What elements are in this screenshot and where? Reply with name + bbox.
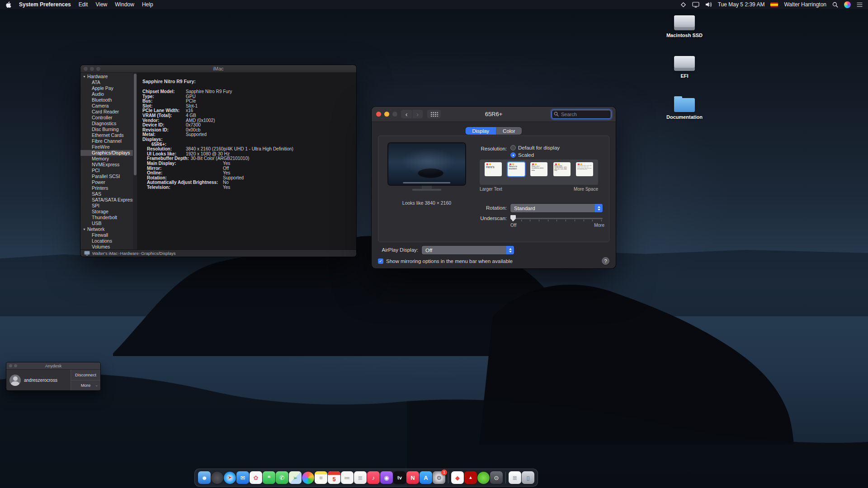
close-button[interactable] [376, 112, 381, 117]
dock-acrobat[interactable]: ▲ [464, 471, 477, 484]
apple-menu-icon[interactable] [5, 1, 11, 8]
menu-item-edit[interactable]: Edit [79, 1, 88, 8]
dock-trash[interactable]: ▯ [522, 471, 534, 484]
dock-photos[interactable]: ✿ [250, 471, 262, 484]
displays-toolbar[interactable]: 65R6+ ‹ › [372, 107, 616, 122]
sidebar-item-spi[interactable]: SPI [80, 203, 133, 209]
sidebar-item-controller[interactable]: Controller [80, 115, 133, 121]
sidebar-item-diagnostics[interactable]: Diagnostics [80, 121, 133, 127]
anydesk-menu-icon[interactable] [680, 2, 686, 8]
sidebar-item-volumes[interactable]: Volumes [80, 244, 133, 249]
rotation-popup[interactable]: Standard [510, 204, 603, 212]
resolution-option-scaled[interactable]: Scaled [510, 152, 560, 158]
sidebar-item-power[interactable]: Power [80, 179, 133, 185]
sidebar-item-network[interactable]: ▼Network [80, 226, 133, 232]
scrollbar-thumb[interactable] [134, 74, 137, 175]
desktop-icon-efi[interactable]: EFI [665, 56, 704, 79]
input-source-flag-icon[interactable] [770, 2, 778, 7]
more-button[interactable]: More ⌄ [71, 380, 100, 391]
volume-menu-icon[interactable] [705, 2, 712, 7]
scaled-option-3[interactable]: Here's to t troublema ones who [530, 162, 547, 176]
zoom-button[interactable] [96, 67, 100, 71]
show-all-grid-button[interactable] [427, 110, 441, 118]
scaled-option-1[interactable]: Here's [485, 162, 502, 176]
zoom-button[interactable] [392, 112, 397, 117]
system-information-titlebar[interactable]: iMac [80, 65, 356, 73]
disconnect-button[interactable]: Disconnect [71, 370, 100, 380]
dock-podcasts[interactable]: ◉ [380, 471, 393, 484]
dock-green-app[interactable] [477, 472, 490, 484]
dock-launchpad[interactable] [211, 472, 223, 484]
slider-track[interactable] [510, 218, 603, 219]
sidebar-item-card-reader[interactable]: Card Reader [80, 109, 133, 115]
sidebar-item-usb[interactable]: USB [80, 221, 133, 226]
minimize-button[interactable] [384, 112, 389, 117]
search-input[interactable] [552, 110, 611, 119]
dock-safari[interactable]: ➤ [224, 472, 236, 484]
dock-textedit[interactable]: ≣ [354, 471, 367, 484]
dock-anydesk[interactable]: ◆ [451, 471, 464, 484]
sidebar-item-sata-sata-express[interactable]: SATA/SATA Express [80, 197, 133, 203]
sidebar-item-hardware[interactable]: ▼Hardware [80, 74, 133, 80]
sidebar-item-graphics-displays[interactable]: Graphics/Displays [80, 150, 133, 156]
sidebar-item-apple-pay[interactable]: Apple Pay [80, 85, 133, 91]
scaled-option-4[interactable]: Here's to the troublemakers. ones who se… [553, 162, 571, 176]
sidebar-item-storage[interactable]: Storage [80, 209, 133, 215]
app-menu-title[interactable]: System Preferences [19, 1, 71, 8]
dock-tv[interactable]: tv [393, 471, 406, 484]
sidebar-item-pci[interactable]: PCI [80, 168, 133, 174]
menu-bar-clock[interactable]: Tue May 5 2:39 AM [718, 1, 765, 8]
tab-display[interactable]: Display [465, 127, 496, 135]
airplay-popup[interactable]: Off [422, 246, 514, 254]
breadcrumb-item-hardware[interactable]: Hardware [120, 251, 139, 256]
dock-messages[interactable]: ❝ [263, 471, 275, 484]
close-button[interactable] [84, 67, 88, 71]
mirroring-checkbox-row[interactable]: Show mirroring options in the menu bar w… [378, 258, 513, 264]
dock-facetime[interactable]: ✆ [276, 471, 288, 484]
disclosure-triangle-icon[interactable]: ▼ [83, 226, 86, 232]
siri-icon[interactable] [844, 1, 851, 8]
spotlight-icon[interactable] [832, 2, 838, 8]
sidebar-item-locations[interactable]: Locations [80, 238, 133, 244]
tab-color[interactable]: Color [496, 127, 522, 135]
menu-item-view[interactable]: View [95, 1, 107, 8]
sidebar-item-printers[interactable]: Printers [80, 185, 133, 191]
dock-finder[interactable]: ☻ [198, 471, 211, 484]
fast-user-switching-menu[interactable]: Walter Harrington [784, 1, 826, 8]
notification-center-icon[interactable] [857, 2, 863, 7]
dock-maps[interactable]: ➢ [289, 471, 302, 484]
forward-button[interactable]: › [412, 110, 423, 118]
sidebar-item-audio[interactable]: Audio [80, 91, 133, 97]
display-menu-icon[interactable] [692, 2, 699, 8]
sidebar-scrollbar[interactable] [133, 73, 137, 249]
sidebar-item-bluetooth[interactable]: Bluetooth [80, 97, 133, 103]
dock-app-store[interactable]: A [420, 471, 432, 484]
underscan-slider[interactable] [510, 215, 603, 222]
dock-documents-stack[interactable]: ≣ [509, 471, 521, 484]
sidebar-item-camera[interactable]: Camera [80, 103, 133, 109]
dock-utility-app[interactable]: ⊙ [490, 471, 503, 484]
dock-notes[interactable]: ≡ [315, 471, 327, 484]
sidebar-item-thunderbolt[interactable]: Thunderbolt [80, 215, 133, 221]
sidebar-item-nvmexpress[interactable]: NVMExpress [80, 162, 133, 168]
sidebar-item-fibre-channel[interactable]: Fibre Channel [80, 138, 133, 144]
dock-calendar[interactable]: 5 [328, 471, 340, 484]
dock-reminders[interactable]: ≔ [341, 471, 354, 484]
checkbox-checked-icon[interactable] [378, 258, 383, 264]
resolution-option-default-for-display[interactable]: Default for display [510, 145, 560, 150]
sidebar-item-parallel-scsi[interactable]: Parallel SCSI [80, 174, 133, 179]
minimize-button[interactable] [90, 67, 94, 71]
menu-item-window[interactable]: Window [115, 1, 134, 8]
dock-system-preferences[interactable]: ⚙1 [433, 471, 445, 484]
breadcrumb-item-graphics-displays[interactable]: Graphics/Displays [141, 251, 176, 256]
sidebar-item-sas[interactable]: SAS [80, 191, 133, 197]
sidebar-item-disc-burning[interactable]: Disc Burning [80, 127, 133, 132]
anydesk-titlebar[interactable]: Anydesk [6, 362, 100, 370]
breadcrumb-item-walter-s-imac[interactable]: Walter's iMac [92, 251, 118, 256]
dock-find-my[interactable] [302, 472, 314, 484]
help-button[interactable]: ? [602, 257, 609, 265]
menu-item-help[interactable]: Help [142, 1, 153, 8]
scaled-option-2[interactable]: Here's to troublem [508, 162, 525, 176]
dock-mail[interactable]: ✉ [236, 471, 249, 484]
sidebar-item-firewall[interactable]: Firewall [80, 232, 133, 238]
